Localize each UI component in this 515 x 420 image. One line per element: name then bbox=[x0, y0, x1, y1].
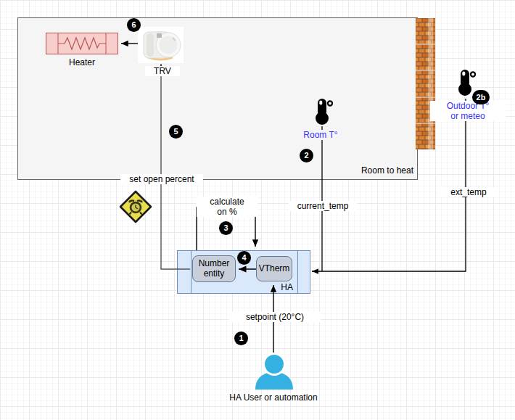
brick-wall-icon bbox=[416, 18, 435, 149]
user-label: HA User or automation bbox=[208, 392, 339, 403]
step-badge-1: 1 bbox=[234, 332, 248, 345]
vtherm-node: VTherm bbox=[256, 256, 292, 281]
number-entity-node: Numberentity bbox=[192, 255, 236, 282]
room-temp-label: Room T° bbox=[288, 130, 353, 140]
timer-diamond-icon bbox=[118, 189, 153, 224]
diagram-canvas: Numberentity VTherm bbox=[0, 0, 515, 420]
user-person-icon bbox=[253, 353, 295, 390]
heater-resistor-icon bbox=[46, 33, 118, 54]
step-badge-6: 6 bbox=[127, 18, 141, 32]
step-badge-2: 2 bbox=[300, 149, 313, 162]
room-to-heat-label: Room to heat bbox=[323, 165, 416, 176]
edge-label-current-temp: current_temp bbox=[289, 201, 357, 211]
edge-label-calculate: calculate on % bbox=[197, 197, 258, 217]
edge-label-ext-temp: ext_temp bbox=[438, 187, 499, 197]
step-badge-3: 3 bbox=[219, 221, 233, 235]
edge-label-setpoint: setpoint (20°C) bbox=[229, 312, 321, 322]
trv-label: TRV bbox=[145, 66, 180, 76]
outdoor-temp-label: Outdoor T° or meteo bbox=[430, 101, 506, 121]
step-badge-2b: 2b bbox=[472, 90, 490, 104]
vtherm-label: VTherm bbox=[259, 264, 290, 274]
room-thermometer-icon bbox=[311, 97, 333, 126]
heater-label: Heater bbox=[46, 57, 118, 67]
ha-box-right-divider bbox=[297, 251, 298, 293]
step-badge-5: 5 bbox=[169, 125, 183, 139]
trv-device-image bbox=[138, 27, 184, 63]
ha-label: HA bbox=[273, 282, 293, 292]
number-entity-label: Numberentity bbox=[199, 259, 230, 279]
edge-label-set-open-percent: set open percent bbox=[120, 174, 203, 184]
ha-box-left-divider bbox=[191, 251, 191, 293]
step-badge-4: 4 bbox=[237, 251, 251, 265]
